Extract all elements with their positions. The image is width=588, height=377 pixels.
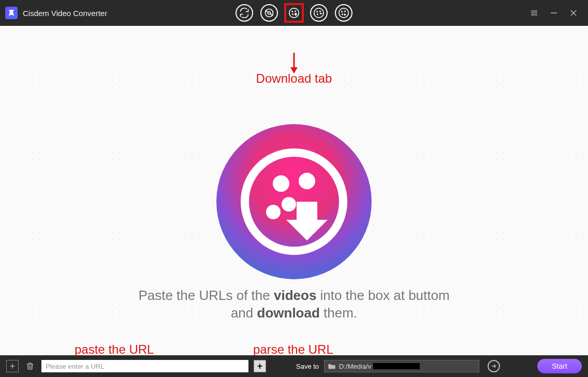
instructions-text: Paste the URLs of the videos into the bo… xyxy=(97,287,491,322)
tab-edit[interactable] xyxy=(310,4,328,22)
start-button[interactable]: Start xyxy=(537,359,582,373)
svg-point-9 xyxy=(317,13,318,15)
app-logo-icon xyxy=(5,7,18,19)
main-area: Download tab xyxy=(0,26,588,355)
svg-point-12 xyxy=(344,10,346,12)
minimize-button[interactable] xyxy=(549,8,559,18)
redacted-path-mask xyxy=(373,363,420,369)
open-folder-button[interactable] xyxy=(488,360,500,372)
svg-point-4 xyxy=(295,10,296,12)
svg-point-1 xyxy=(268,12,271,14)
svg-point-5 xyxy=(292,13,293,15)
url-input[interactable] xyxy=(41,360,248,372)
instr-bold-download: download xyxy=(257,305,320,321)
add-button[interactable] xyxy=(6,360,19,372)
svg-point-3 xyxy=(291,11,293,12)
instr-bold-videos: videos xyxy=(274,288,316,303)
instr-seg: Paste the URLs of the xyxy=(138,288,274,303)
titlebar: Cisdem Video Converter xyxy=(0,0,588,26)
svg-point-7 xyxy=(316,11,318,12)
svg-point-25 xyxy=(299,173,315,189)
svg-point-26 xyxy=(282,197,296,212)
svg-point-27 xyxy=(266,205,281,219)
folder-icon xyxy=(328,363,336,370)
save-path-field[interactable]: D:/Media/v xyxy=(324,360,479,372)
svg-point-13 xyxy=(342,13,343,15)
annotation-label-parse-url: parse the URL xyxy=(253,342,333,355)
window-controls xyxy=(529,8,588,18)
svg-point-2 xyxy=(289,8,299,18)
tab-convert[interactable] xyxy=(236,4,253,22)
parse-url-button[interactable]: + xyxy=(254,360,266,372)
instr-seg: and xyxy=(231,305,257,321)
annotation-label-download-tab: Download tab xyxy=(256,71,332,86)
svg-point-11 xyxy=(341,11,343,12)
footer-bar: + Save to D:/Media/v Start xyxy=(0,355,588,377)
svg-point-8 xyxy=(319,10,321,12)
delete-button[interactable] xyxy=(24,360,36,372)
title-left: Cisdem Video Converter xyxy=(0,7,107,19)
tab-play[interactable] xyxy=(335,4,352,22)
svg-point-10 xyxy=(339,8,348,18)
tab-rip[interactable] xyxy=(260,4,278,22)
annotation-label-paste-url: paste the URL xyxy=(75,342,154,355)
top-tabs xyxy=(236,0,352,26)
tab-download[interactable] xyxy=(285,4,303,22)
save-to-label: Save to xyxy=(296,363,319,370)
hero-download-icon xyxy=(214,122,374,284)
save-path-text: D:/Media/v xyxy=(339,363,371,370)
menu-button[interactable] xyxy=(529,8,539,18)
annotation-arrow-download-tab xyxy=(289,53,299,73)
svg-point-0 xyxy=(266,9,273,17)
close-button[interactable] xyxy=(568,8,579,18)
instr-seg: them. xyxy=(320,305,357,321)
instr-seg: into the box at buttom xyxy=(316,288,449,303)
svg-point-24 xyxy=(273,175,289,192)
app-title: Cisdem Video Converter xyxy=(23,9,107,18)
